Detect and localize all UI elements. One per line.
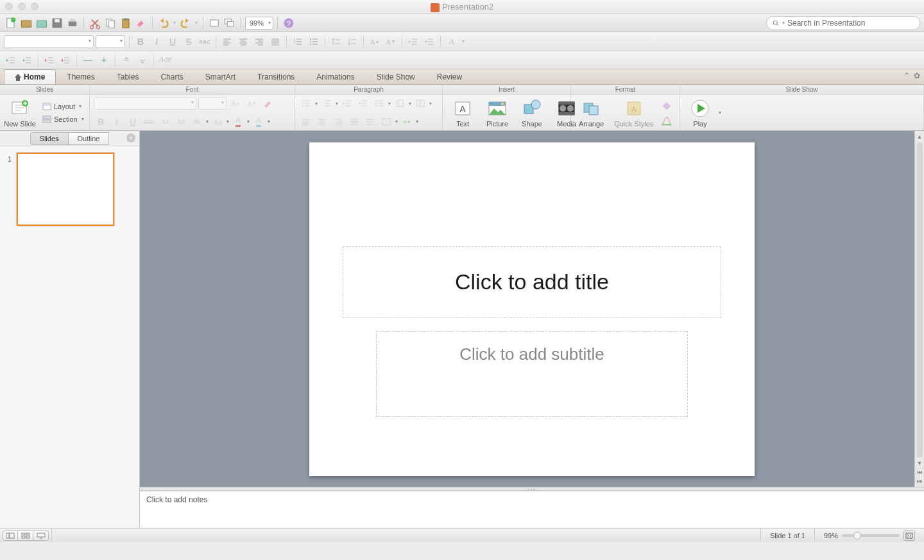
align-right-icon[interactable] — [252, 35, 266, 49]
move-down-icon[interactable] — [135, 53, 150, 67]
tab-themes[interactable]: Themes — [56, 69, 105, 84]
line-spacing-down-icon[interactable] — [345, 35, 359, 49]
close-slides-panel-icon[interactable]: × — [126, 133, 135, 142]
slide-canvas-scroll[interactable]: Click to add title Click to add subtitle… — [140, 131, 924, 487]
help-icon[interactable]: ? — [282, 16, 296, 30]
ribbon-options-icon[interactable]: ✿ — [914, 71, 920, 80]
ribbon-align-left-icon[interactable] — [299, 115, 313, 129]
prev-slide-icon[interactable]: ⏮ — [917, 469, 923, 475]
align-justify-icon[interactable] — [268, 35, 282, 49]
tab-charts[interactable]: Charts — [150, 69, 194, 84]
change-case-icon[interactable]: Aa — [210, 115, 225, 129]
subtitle-placeholder[interactable]: Click to add subtitle — [376, 331, 688, 417]
open-recent-icon[interactable] — [35, 16, 49, 30]
tab-animations[interactable]: Animations — [305, 69, 365, 84]
ribbon-increase-indent-icon[interactable] — [356, 96, 370, 110]
slide-thumbnail-1[interactable] — [17, 153, 114, 226]
slide[interactable]: Click to add title Click to add subtitle — [309, 142, 755, 476]
add-break-icon[interactable]: ＋ — [97, 53, 111, 67]
clear-formatting-icon[interactable]: A⌫ — [158, 53, 172, 67]
minimize-window-button[interactable] — [18, 3, 26, 10]
grow-font-icon[interactable]: A▲ — [228, 96, 243, 110]
line-spacing-up-icon[interactable] — [329, 35, 343, 49]
shape-outline-icon[interactable] — [660, 114, 674, 128]
section-button[interactable]: Section — [38, 114, 88, 125]
text-highlight-icon[interactable]: A — [252, 115, 266, 129]
move-up-icon[interactable] — [119, 53, 133, 67]
zoom-combo[interactable]: 99% — [245, 17, 273, 30]
new-file-icon[interactable] — [4, 16, 18, 30]
ribbon-justify-icon[interactable] — [347, 115, 361, 129]
ribbon-font-color-icon[interactable]: A — [231, 115, 245, 129]
promote-icon[interactable] — [42, 53, 56, 67]
insert-shape-button[interactable]: Shape — [516, 97, 548, 129]
tab-smartart[interactable]: SmartArt — [194, 69, 246, 84]
copy-icon[interactable] — [103, 16, 117, 30]
scroll-down-icon[interactable]: ▼ — [917, 460, 923, 466]
font-color-icon[interactable]: A — [445, 35, 459, 49]
font-color-dropdown[interactable]: ▾ — [461, 38, 466, 44]
ribbon-strike-icon[interactable]: ABC — [142, 115, 156, 129]
search-field[interactable]: ▾ — [766, 16, 920, 30]
ribbon-bold-icon[interactable]: B — [94, 115, 108, 129]
distribute-h-icon[interactable] — [363, 115, 377, 129]
ribbon-font-size-combo[interactable] — [198, 97, 227, 110]
next-slide-icon[interactable]: ⏭ — [917, 478, 923, 484]
text-direction-icon[interactable] — [393, 96, 407, 110]
shrink-font-icon[interactable]: A▼ — [244, 96, 259, 110]
tab-tables[interactable]: Tables — [106, 69, 150, 84]
title-placeholder[interactable]: Click to add title — [343, 246, 721, 318]
new-slide-button[interactable]: New Slide — [4, 97, 36, 129]
collapse-ribbon-icon[interactable]: ⌃ — [903, 71, 910, 80]
layout-button[interactable]: Layout — [38, 101, 88, 112]
char-spacing-icon[interactable]: AV — [190, 115, 204, 129]
slide-thumbnail-list[interactable]: 1 — [0, 146, 139, 528]
decrease-font-icon[interactable]: A▼ — [384, 35, 398, 49]
close-window-button[interactable] — [5, 3, 13, 10]
scroll-track[interactable] — [917, 142, 923, 457]
insert-picture-button[interactable]: Picture — [481, 97, 513, 129]
tab-outline[interactable]: Outline — [68, 132, 110, 145]
columns-icon[interactable] — [413, 96, 427, 110]
ribbon-align-right-icon[interactable] — [331, 115, 345, 129]
ribbon-bullets-icon[interactable] — [299, 96, 313, 110]
align-center-icon[interactable] — [236, 35, 250, 49]
numbered-list-icon[interactable]: 12 — [291, 35, 305, 49]
vertical-scrollbar[interactable]: ▲ ▼ ⏮ ⏭ — [914, 131, 924, 487]
outdent-icon[interactable] — [4, 53, 18, 67]
ribbon-italic-icon[interactable]: I — [110, 115, 124, 129]
increase-font-icon[interactable]: A▲ — [368, 35, 382, 49]
scroll-up-icon[interactable]: ▲ — [917, 133, 923, 140]
print-icon[interactable] — [65, 16, 80, 30]
tab-transitions[interactable]: Transitions — [246, 69, 305, 84]
underline-icon[interactable]: U — [166, 35, 180, 49]
fit-to-window-button[interactable] — [903, 530, 915, 541]
ribbon-decrease-indent-icon[interactable] — [340, 96, 354, 110]
zoom-slider-thumb[interactable] — [853, 532, 861, 539]
sorter-view-button[interactable] — [18, 530, 33, 541]
presenter-view-button[interactable] — [33, 530, 49, 541]
ribbon-underline-icon[interactable]: U — [126, 115, 140, 129]
tab-review[interactable]: Review — [426, 69, 473, 84]
tab-home[interactable]: Home — [4, 69, 56, 84]
font-size-combo[interactable] — [96, 35, 125, 48]
zoom-slider[interactable] — [842, 534, 900, 537]
bold-icon[interactable]: B — [133, 35, 148, 49]
undo-icon[interactable] — [157, 16, 171, 30]
save-icon[interactable] — [50, 16, 64, 30]
convert-smartart-icon[interactable] — [400, 115, 414, 129]
search-input[interactable] — [787, 19, 914, 28]
align-text-icon[interactable] — [379, 115, 393, 129]
strikethrough-icon[interactable]: S — [182, 35, 196, 49]
zoom-window-button[interactable] — [31, 3, 38, 10]
cut-icon[interactable] — [88, 16, 102, 30]
ribbon-align-center-icon[interactable] — [315, 115, 329, 129]
line-spacing-icon[interactable] — [372, 96, 386, 110]
remove-break-icon[interactable]: — — [81, 53, 95, 67]
undo-dropdown[interactable]: ▾ — [172, 20, 177, 26]
ribbon-numbering-icon[interactable] — [320, 96, 334, 110]
subscript-icon[interactable]: A2 — [174, 115, 188, 129]
bullet-list-icon[interactable] — [307, 35, 321, 49]
indent-icon[interactable] — [20, 53, 34, 67]
highlight-icon[interactable]: ᴀʙᴄ — [198, 35, 212, 49]
